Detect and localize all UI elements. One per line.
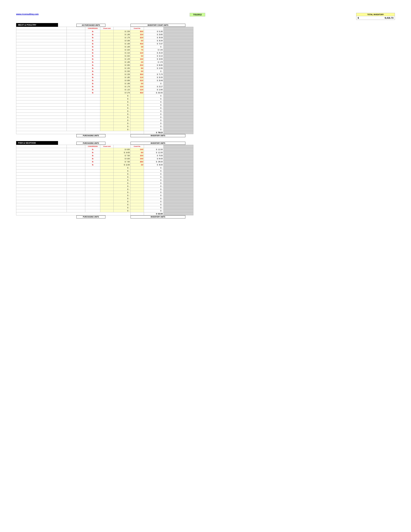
date-label: 7/31/2012: [190, 13, 205, 17]
item-col-header: [16, 27, 67, 30]
header: www.rrconsulting.com 7/31/2012 TOTAL INV…: [16, 13, 395, 20]
table-row: $ -$ -: [16, 97, 193, 100]
table-row: $ -$ -: [16, 203, 193, 206]
table-row: lb$ 5.7935.0$ 202.65: [16, 91, 193, 94]
fish-purchasing-header: PURCHASING UNITS: [76, 142, 105, 145]
table-row: lb$ 1.892.0$ 3.78: [16, 61, 193, 64]
meat-sub-header-row: CONVERSION Count Unit Count No.: [16, 27, 193, 30]
table-row: lb$ 6.0014.0$ 84.00: [16, 157, 193, 160]
count-no-col-header: Count No.: [131, 27, 144, 30]
table-row: $ -$ -: [16, 194, 193, 197]
table-row: lb$ 3.207.5$ 6.40: [16, 48, 193, 51]
fish-count-no-col-header: Count No.: [131, 145, 144, 148]
table-row: $ -$ -: [16, 119, 193, 122]
inventory-units-footer: INVENTORY UNITS: [131, 134, 185, 137]
fish-seafood-section: FISH & SEAFOOD PURCHASING UNITS INVENTOR…: [16, 141, 395, 218]
table-row: $ -$ -: [16, 128, 193, 131]
header-middle: 7/31/2012: [190, 13, 205, 17]
total-col-header: [144, 27, 164, 30]
price-col-header: [114, 27, 131, 30]
table-row: $ -$ -: [16, 110, 193, 113]
fish-purchasing-units-footer: PURCHASING UNITS: [76, 215, 105, 218]
table-row: lb$ 2.500.0$ -: [16, 70, 193, 73]
table-row: lb$ 2.3930.0$ 71.70: [16, 73, 193, 76]
table-row: $ -$ -: [16, 100, 193, 104]
table-row: $ -$ -: [16, 122, 193, 125]
table-row: $ -$ -: [16, 166, 193, 170]
table-row: $ -$ -: [16, 182, 193, 185]
meat-section-name: MEAT & POULTRY: [16, 23, 58, 27]
table-row: lb$ 5.996.0$ 35.94: [16, 39, 193, 42]
table-row: $ -$ -: [16, 116, 193, 119]
dollar-sign: $: [358, 17, 359, 19]
table-row: $ -$ -: [16, 176, 193, 179]
table-row: $ -$ -: [16, 104, 193, 106]
table-row: lb$ 1.559.0$ 13.95: [16, 67, 193, 70]
total-inventory-label: TOTAL INVENTORY: [356, 13, 395, 16]
ap-unit-col-header: [66, 27, 85, 30]
meat-subtotal-row: $ 758.23: [16, 131, 193, 134]
meat-data-table: CONVERSION Count Unit Count No. lb$ 2.59…: [16, 27, 193, 134]
table-row: lb$ 7.0010.0$ 70.00: [16, 154, 193, 157]
fish-inventory-header: INVENTORY UNITS: [131, 142, 185, 145]
fish-sub-header-row: CONVERSION Count Unit Count No.: [16, 145, 193, 148]
fish-section-name: FISH & SEAFOOD: [16, 141, 58, 145]
table-row: lb$ 1.2914.0$ 18.06: [16, 57, 193, 61]
fish-subtotal-row: $ 610.00: [16, 212, 193, 215]
meat-footer-row: PURCHASING UNITS INVENTORY UNITS: [16, 134, 395, 137]
as-purchased-header: AS PURCHASED UNITS: [76, 24, 105, 27]
page-wrapper: www.rrconsulting.com 7/31/2012 TOTAL INV…: [3, 3, 408, 231]
table-row: lb$ 8.0014.0$ 112.00: [16, 148, 193, 151]
table-row: lb$ 2.025.0$ 10.10: [16, 55, 193, 57]
table-row: $ -$ -: [16, 179, 193, 182]
fish-inventory-units-footer: INVENTORY UNITS: [131, 215, 185, 218]
table-row: lb$ 2.1012.0$ 25.20: [16, 51, 193, 55]
table-row: $ -$ -: [16, 191, 193, 194]
table-row: $ -$ -: [16, 94, 193, 97]
fish-data-table: CONVERSION Count Unit Count No. lb$ 8.00…: [16, 145, 193, 215]
table-row: lb$ 3.9523.0$ 90.85: [16, 64, 193, 67]
count-unit-col-header: Count Unit: [100, 27, 114, 30]
website-link[interactable]: www.rrconsulting.com: [16, 13, 39, 15]
conversion-col-header: CONVERSION: [85, 27, 100, 30]
table-row: $ -$ -: [16, 206, 193, 209]
table-row: lb$ 1.7913.0$ 23.27: [16, 85, 193, 88]
table-row: $ -$ -: [16, 106, 193, 110]
fish-conversion-col-header: CONVERSION: [85, 145, 100, 148]
table-row: lb$ 1.6943.0$ 72.67: [16, 42, 193, 45]
table-row: $ -$ -: [16, 113, 193, 116]
fish-count-unit-col-header: Count Unit: [100, 145, 114, 148]
total-inventory-value: $ 9,416.73: [356, 16, 395, 20]
table-row: $ -$ -: [16, 197, 193, 200]
total-inventory-box: TOTAL INVENTORY $ 9,416.73: [356, 13, 395, 20]
meat-col-headers-row: MEAT & POULTRY AS PURCHASED UNITS INVENT…: [16, 23, 395, 27]
table-row: $ -$ -: [16, 170, 193, 172]
meat-poultry-section: MEAT & POULTRY AS PURCHASED UNITS INVENT…: [16, 23, 395, 137]
purchasing-units-footer: PURCHASING UNITS: [76, 134, 105, 137]
table-row: lb$ 14.008.0$ 112.00: [16, 151, 193, 154]
fish-footer-row: PURCHASING UNITS INVENTORY UNITS: [16, 215, 395, 218]
table-row: $ -$ -: [16, 209, 193, 212]
table-row: $ -$ -: [16, 185, 193, 188]
table-row: lb$ 12.003.0$ 36.00: [16, 163, 193, 166]
table-row: lb$ 0.8932.0$ 28.48: [16, 79, 193, 82]
table-row: lb$ 1.693.8$ -: [16, 45, 193, 48]
table-row: lb$ 1.7922.0$ 39.38: [16, 36, 193, 39]
table-row: lb$ 1.1512.0$ 13.80: [16, 88, 193, 91]
table-row: lb$ 1.8511.0$ 20.35: [16, 76, 193, 79]
total-inventory-amount: 9,416.73: [384, 17, 393, 19]
website-link-wrapper[interactable]: www.rrconsulting.com: [16, 13, 39, 15]
table-row: $ -$ -: [16, 172, 193, 176]
table-row: $ -$ -: [16, 200, 193, 203]
table-row: $ -$ -: [16, 125, 193, 128]
gray-col-header: [163, 27, 193, 30]
table-row: $ -$ -: [16, 188, 193, 191]
fish-subtotal-value: $ 610.00: [144, 212, 164, 215]
meat-section-name-spacer: MEAT & POULTRY: [16, 23, 60, 27]
inventory-count-header: INVENTORY COUNT UNITS: [131, 24, 185, 27]
fish-col-headers-row: FISH & SEAFOOD PURCHASING UNITS INVENTOR…: [16, 141, 395, 145]
meat-subtotal-value: $ 758.23: [144, 131, 164, 134]
table-row: lb$ 1.890.0$ -: [16, 82, 193, 85]
table-row: lb$ 1.9915.0$ 29.85: [16, 33, 193, 36]
table-row: lb$ 7.0028.0$ 196.00: [16, 160, 193, 163]
